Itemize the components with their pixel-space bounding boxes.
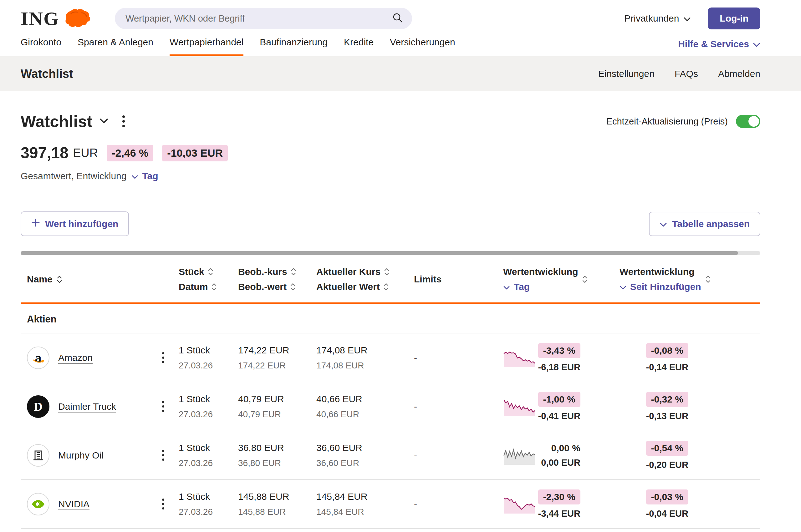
row-menu-kebab-icon[interactable] [159,399,167,414]
row-menu-kebab-icon[interactable] [159,350,167,365]
watch-price: 36,80 EUR [238,442,316,454]
watch-value-header-label: Beob.-wert [238,279,286,294]
ing-wordmark: ING [21,7,59,30]
change-value-badge: -10,03 EUR [162,145,228,162]
watch-price-header-label: Beob.-kurs [238,264,287,279]
watch-price: 40,79 EUR [238,394,316,405]
table-row: Murphy Oil 1 Stück27.03.26 36,80 EUR36,8… [21,431,760,480]
date: 27.03.26 [179,360,238,371]
customize-table-button[interactable]: Tabelle anpassen [649,212,760,236]
main-navigation: Girokonto Sparen & Anlegen Wertpapierhan… [0,37,801,56]
sort-icon[interactable] [211,282,217,291]
scrollbar-thumb[interactable] [21,251,738,255]
top-header: ING Privatkunden [0,0,801,37]
search-icon[interactable] [392,12,403,25]
sort-icon[interactable] [582,275,588,284]
performance-header-label: Wertentwicklung [619,264,694,279]
watchlist-switcher-chevron-icon[interactable] [99,118,109,125]
table-toolbar: Wert hinzufügen Tabelle anpassen [21,211,760,236]
ing-logo[interactable]: ING [21,7,90,30]
summary-subtitle-row: Gesamtwert, Entwicklung Tag [21,171,760,182]
nav-item-kredite[interactable]: Kredite [344,37,374,56]
nav-item-girokonto[interactable]: Girokonto [21,37,61,56]
column-header-qty-date: Stück Datum [179,264,238,294]
day-value: -3,44 EUR [538,509,580,519]
period-label: Tag [142,171,158,182]
horizontal-scrollbar[interactable] [21,251,760,255]
chevron-down-icon [659,218,667,229]
day-percent-badge: -3,43 % [538,343,580,358]
watch-value: 36,80 EUR [238,458,316,469]
sparkline-chart [503,494,536,514]
since-value: -0,04 EUR [619,509,688,519]
audience-selector[interactable]: Privatkunden [624,13,691,24]
row-menu-kebab-icon[interactable] [159,497,167,511]
row-menu-kebab-icon[interactable] [159,448,167,462]
security-link[interactable]: Murphy Oil [58,450,104,461]
help-services-menu[interactable]: Hilfe & Services [678,39,760,56]
sort-icon[interactable] [383,282,389,291]
current-value: 174,08 EUR [316,360,414,371]
qty: 1 Stück [179,345,238,356]
watchlist-main: Watchlist Echtzeit-Aktualisierung (Preis… [0,91,801,529]
watch-value: 40,79 EUR [238,409,316,420]
limits-value: - [414,450,503,461]
day-percent-badge: -1,00 % [538,392,580,407]
login-button[interactable]: Log-in [708,7,760,30]
current-price: 174,08 EUR [316,345,414,356]
sparkline-chart [503,347,536,368]
name-header-label: Name [27,274,53,285]
limits-value: - [414,353,503,363]
murphy-oil-logo [27,444,50,467]
performance-day-period[interactable]: Tag [503,279,578,294]
nav-item-sparen-anlegen[interactable]: Sparen & Anlegen [78,37,153,56]
sort-icon[interactable] [290,282,296,291]
page-title: Watchlist [21,112,92,131]
daimler-truck-logo: D [27,395,50,418]
date-header-label: Datum [179,279,208,294]
add-security-button[interactable]: Wert hinzufügen [21,211,129,236]
since-period-label: Seit Hinzufügen [630,279,701,294]
limits-value: - [414,499,503,510]
nvidia-logo [27,493,50,515]
day-value: 0,00 EUR [541,458,580,468]
settings-link[interactable]: Einstellungen [598,69,655,79]
watchlist-menu-kebab-icon[interactable] [119,114,128,129]
performance-header-label: Wertentwicklung [503,264,578,279]
current-price-header-label: Aktueller Kurs [316,264,380,279]
subheader-links: Einstellungen FAQs Abmelden [598,69,760,79]
current-price: 145,84 EUR [316,491,414,502]
sort-icon[interactable] [56,275,62,284]
column-header-current: Aktueller Kurs Aktueller Wert [316,264,414,294]
performance-since-period[interactable]: Seit Hinzufügen [619,279,701,294]
realtime-toggle[interactable] [736,115,760,128]
realtime-label: Echtzeit-Aktualisierung (Preis) [607,116,728,127]
limits-value: - [414,401,503,412]
section-label-aktien: Aktien [21,304,760,334]
day-percent-badge: 0,00 % [551,443,580,454]
sort-icon[interactable] [291,267,297,276]
nav-item-wertpapierhandel[interactable]: Wertpapierhandel [170,37,243,56]
total-currency: EUR [73,146,98,160]
faqs-link[interactable]: FAQs [675,69,698,79]
chevron-down-icon [131,171,138,182]
toggle-knob [748,116,759,127]
sort-icon[interactable] [384,267,390,276]
search-input[interactable] [126,14,392,24]
logout-link[interactable]: Abmelden [718,69,760,79]
column-header-performance-day: Wertentwicklung Tag [503,264,619,294]
table-row: D Daimler Truck 1 Stück27.03.26 40,79 EU… [21,382,760,431]
since-percent-badge: -0,03 % [646,490,688,505]
current-value: 145,84 EUR [316,507,414,517]
nav-item-versicherungen[interactable]: Versicherungen [390,37,455,56]
table-row: a Amazon 1 Stück27.03.26 174,22 EUR174,2… [21,334,760,382]
security-link[interactable]: Daimler Truck [58,401,116,412]
current-price: 40,66 EUR [316,394,414,405]
sort-icon[interactable] [705,275,711,284]
period-selector[interactable]: Tag [131,171,158,182]
sort-icon[interactable] [207,267,214,276]
security-link[interactable]: Amazon [58,353,93,363]
date: 27.03.26 [179,458,238,469]
security-link[interactable]: NVIDIA [58,499,90,510]
nav-item-baufinanzierung[interactable]: Baufinanzierung [260,37,328,56]
